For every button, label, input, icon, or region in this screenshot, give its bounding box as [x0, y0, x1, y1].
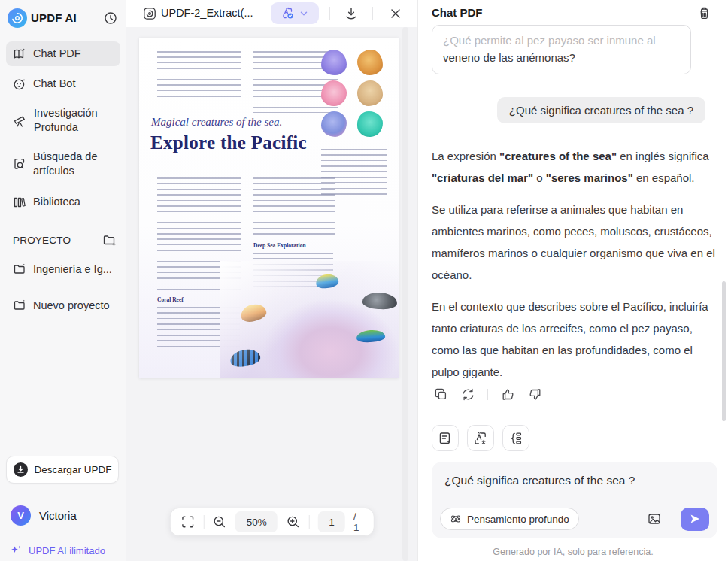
zoom-in-icon[interactable] [286, 514, 301, 530]
input-right-actions [647, 508, 709, 531]
download-circle-icon [14, 462, 28, 477]
close-document-icon[interactable] [387, 5, 404, 22]
chat-scrollbar[interactable] [722, 281, 726, 421]
summarize-tool-button[interactable] [432, 425, 459, 451]
text-segment: "seres marinos" [546, 171, 633, 184]
zoom-level[interactable]: 50% [235, 511, 278, 532]
sidebar-item-deep-research[interactable]: Investigación Profunda [6, 104, 120, 137]
pdf-page: Magical creatures of the sea. Explore th… [139, 38, 399, 378]
history-icon[interactable] [103, 11, 118, 26]
coral-purple-anemone [321, 50, 347, 75]
sidebar-project-ingenieria[interactable]: Ingeniería e Ig... [6, 257, 120, 281]
deep-thinking-toggle[interactable]: Pensamiento profundo [440, 508, 579, 530]
fit-page-icon[interactable] [180, 514, 195, 530]
tabbar-divider [372, 7, 373, 20]
sidebar-item-chat-pdf[interactable]: Chat PDF [6, 41, 120, 66]
tabbar-divider [329, 7, 330, 20]
translate-mode-button[interactable] [271, 2, 319, 24]
sidebar-item-label: Ingeniería e Ig... [33, 262, 112, 277]
chat-input-box[interactable]: ¿Qué significa creatures of the sea ? Pe… [432, 462, 717, 538]
toolbar-divider [203, 515, 204, 529]
chat-tools [432, 425, 529, 451]
regenerate-icon[interactable] [460, 387, 475, 402]
suggested-question-card[interactable]: ¿Qué permite al pez payaso ser inmune al… [432, 25, 691, 74]
chevron-down-icon [299, 9, 308, 18]
deep-thinking-label: Pensamiento profundo [467, 514, 569, 525]
sidebar-item-chat-bot[interactable]: Chat Bot [6, 71, 120, 96]
answer-actions [433, 387, 542, 402]
plan-link[interactable]: UPDF AI ilimitado [11, 544, 105, 556]
text-segment: "creatures of the sea" [499, 150, 617, 162]
text-segment: en español. [633, 171, 695, 184]
chat-panel-title: Chat PDF [432, 6, 483, 19]
answer-paragraph: En el contexto que describes sobre el Pa… [432, 296, 717, 383]
pdf-section-heading: Coral Reef [157, 296, 184, 303]
sidebar: UPDF AI Chat PDF Chat Bot [0, 0, 126, 561]
viewer-scrollbar[interactable] [402, 27, 408, 561]
document-tab-bar: UPDF-2_Extract(... [126, 0, 417, 27]
plan-label: UPDF AI ilimitado [29, 545, 105, 556]
send-button[interactable] [681, 508, 709, 531]
text-lines [253, 177, 335, 235]
user-account[interactable]: V Victoria [11, 504, 77, 526]
translate-tool-button[interactable] [467, 425, 494, 451]
download-updf-label: Descargar UPDF [35, 464, 112, 475]
sidebar-header: UPDF AI [0, 6, 126, 32]
app-title: UPDF AI [31, 11, 77, 24]
summary-doc-icon [438, 431, 453, 446]
text-segment: "criaturas del mar" [432, 171, 533, 184]
thumbs-up-icon[interactable] [500, 387, 515, 402]
new-folder-icon[interactable] [102, 233, 117, 247]
page-number-input[interactable]: 1 [318, 511, 345, 532]
image-upload-icon[interactable] [647, 511, 663, 527]
input-divider [672, 513, 672, 525]
download-updf-button[interactable]: Descargar UPDF [6, 456, 119, 484]
viewer-toolbar: 50% 1 / 1 [169, 508, 375, 536]
actions-divider [487, 389, 488, 400]
chat-panel: Chat PDF ¿Qué permite al pez payaso ser … [417, 0, 728, 561]
sidebar-item-library[interactable]: Biblioteca [6, 190, 120, 214]
copy-icon[interactable] [433, 387, 448, 402]
text-segment: en inglés significa [617, 150, 709, 162]
coral-reef-photo [220, 261, 399, 378]
mindmap-icon [508, 431, 523, 446]
user-message-bubble: ¿Qué significa creatures of the sea ? [497, 97, 705, 123]
coral-teal [357, 111, 383, 137]
coral-orange [357, 50, 383, 75]
sidebar-item-label: Investigación Profunda [34, 106, 114, 135]
coral-blue-pink [321, 111, 347, 137]
sidebar-item-label: Chat Bot [33, 77, 75, 91]
toolbar-divider [309, 515, 310, 529]
coral-tan-mushroom [357, 80, 383, 106]
sidebar-item-label: Nuevo proyecto [33, 299, 110, 313]
sidebar-item-article-search[interactable]: Búsqueda de artículos [6, 147, 120, 180]
atom-icon [450, 513, 462, 525]
suggested-question-line1: ¿Qué permite al pez payaso ser inmune al [443, 32, 680, 49]
updf-ai-app: UPDF AI Chat PDF Chat Bot [0, 0, 728, 561]
clear-chat-icon[interactable] [696, 5, 713, 22]
coral-pink-branch [321, 80, 347, 106]
sidebar-project-nuevo[interactable]: Nuevo proyecto [6, 293, 120, 317]
pdf-section-heading: Deep Sea Exploration [253, 242, 306, 249]
mindmap-tool-button[interactable] [502, 425, 529, 451]
download-document-icon[interactable] [343, 5, 359, 22]
book-chat-icon [13, 47, 26, 61]
translate-icon [473, 431, 488, 446]
input-toolbar: Pensamiento profundo [440, 507, 709, 531]
project-section-header: PROYECTO [13, 232, 117, 248]
suggested-question-line2: veneno de las anémonas? [443, 49, 680, 66]
pdf-viewer-canvas[interactable]: Magical creatures of the sea. Explore th… [126, 27, 417, 561]
thumbs-down-icon[interactable] [527, 387, 542, 402]
sidebar-item-label: Chat PDF [33, 47, 81, 61]
pdf-subtitle: Magical creatures of the sea. [151, 116, 282, 129]
translate-check-icon [281, 7, 294, 20]
sidebar-item-label: Biblioteca [33, 195, 80, 209]
folder-icon [13, 299, 26, 312]
document-tab-title[interactable]: UPDF-2_Extract(... [161, 7, 253, 19]
telescope-icon [13, 114, 27, 128]
chat-input-value[interactable]: ¿Qué significa creatures of the sea ? [444, 472, 705, 489]
zoom-out-icon[interactable] [212, 514, 227, 530]
send-icon [689, 513, 701, 525]
pdf-file-icon [142, 6, 157, 21]
folder-icon [13, 262, 26, 276]
